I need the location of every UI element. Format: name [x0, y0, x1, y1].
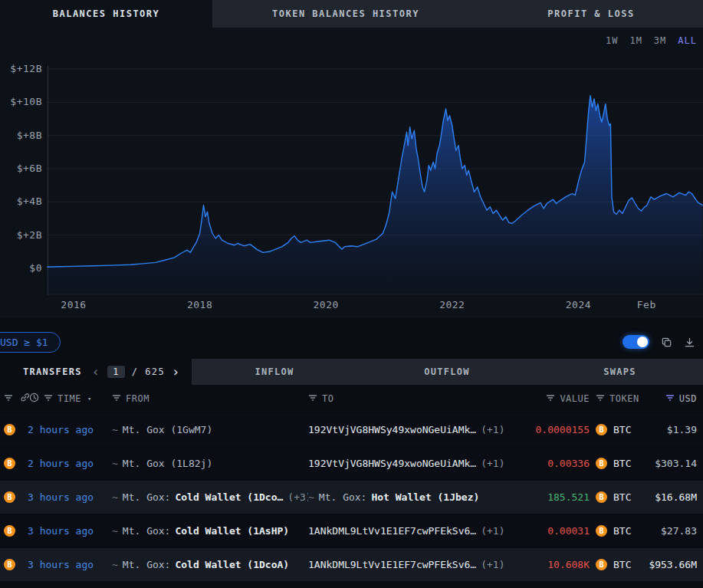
range-all-button[interactable]: ALL	[678, 35, 697, 46]
to-address[interactable]: 192VtVjVG8HWSy49xwoNGeUiAMk…	[308, 458, 476, 469]
to-cell[interactable]: ~Mt. Gox:Hot Wallet (1Jbez)	[308, 491, 504, 503]
to-wallet[interactable]: Hot Wallet (1Jbez)	[371, 491, 479, 503]
btc-token-icon: B	[596, 559, 607, 570]
tab-outflow[interactable]: OUTFLOW	[357, 359, 537, 385]
header-to[interactable]: TO	[308, 393, 504, 405]
balance-history-area-chart[interactable]: $+12B$+10B$+8B$+6B$+4B$+2B$0	[0, 54, 703, 295]
value-filter-icon[interactable]	[546, 393, 555, 405]
time-cell[interactable]: 3 hours ago	[28, 525, 112, 537]
tab-profit-loss[interactable]: PROFIT & LOSS	[479, 0, 703, 28]
usd-cell: $953.66M	[649, 559, 703, 570]
btc-chain-icon: B	[4, 491, 15, 503]
header-token[interactable]: TOKEN	[590, 393, 643, 405]
balances-chart-panel: 1W 1M 3M ALL $+12B$+10B$+8B$+6B$+4B$+2B$…	[0, 28, 703, 318]
tab-balances-history[interactable]: BALANCES HISTORY	[0, 0, 212, 28]
y-axis-label: $+10B	[0, 96, 42, 107]
from-cell[interactable]: ~Mt. Gox:Cold Wallet (1Dco…(+3)	[112, 491, 308, 503]
range-1m-button[interactable]: 1M	[629, 35, 642, 46]
to-filter-icon[interactable]	[308, 393, 317, 405]
btc-chain-icon: B	[4, 424, 15, 435]
usd-filter-chip[interactable]: USD ≥ $1	[0, 332, 61, 353]
from-entity[interactable]: Mt. Gox (1L82j)	[123, 458, 212, 469]
to-cell[interactable]: 1ANkDML9LtVv1E1EF7cwPFEkSv6…(+1)	[308, 559, 504, 570]
header-time[interactable]: TIME ▾	[28, 393, 112, 405]
from-cell[interactable]: ~Mt. Gox (1GwM7)	[112, 424, 308, 435]
time-cell[interactable]: 2 hours ago	[28, 424, 112, 435]
token-filter-icon[interactable]	[596, 393, 605, 405]
chain-cell: B	[0, 559, 28, 570]
header-usd[interactable]: USD	[665, 393, 703, 405]
from-cell[interactable]: ~Mt. Gox:Cold Wallet (1DcoA)	[112, 559, 308, 570]
to-cell[interactable]: 1ANkDML9LtVv1E1EF7cwPFEkSv6…(+1)	[308, 525, 504, 537]
to-entity[interactable]: Mt. Gox:	[319, 491, 367, 503]
y-axis-label: $+2B	[0, 229, 42, 241]
copy-icon[interactable]	[661, 337, 672, 348]
to-cell[interactable]: 192VtVjVG8HWSy49xwoNGeUiAMk…(+1)	[308, 458, 504, 469]
table-row[interactable]: B3 hours ago~Mt. Gox:Cold Wallet (1AsHP)…	[0, 514, 703, 547]
y-axis-label: $0	[0, 262, 42, 274]
range-3m-button[interactable]: 3M	[654, 35, 666, 46]
to-cell[interactable]: 192VtVjVG8HWSy49xwoNGeUiAMk…(+1)	[308, 424, 504, 435]
table-tab-bar: TRANSFERS ‹ 1 / 625 › INFLOW OUTFLOW SWA…	[0, 359, 703, 385]
chain-filter-icon[interactable]	[4, 393, 13, 405]
token-symbol: BTC	[613, 458, 631, 469]
page-number[interactable]: 1	[107, 366, 125, 378]
transfers-tab-label: TRANSFERS	[23, 366, 82, 377]
tab-transfers[interactable]: TRANSFERS ‹ 1 / 625 ›	[0, 359, 192, 385]
time-cell[interactable]: 3 hours ago	[28, 559, 112, 570]
to-more-count: (+1)	[481, 559, 504, 570]
tab-inflow[interactable]: INFLOW	[192, 359, 357, 385]
entity-wave-icon: ~	[112, 458, 118, 469]
table-row[interactable]: B2 hours ago~Mt. Gox (1GwM7)192VtVjVG8HW…	[0, 412, 703, 446]
from-filter-icon[interactable]	[112, 393, 121, 405]
from-cell[interactable]: ~Mt. Gox:Cold Wallet (1AsHP)	[112, 525, 308, 537]
from-entity[interactable]: Mt. Gox:	[123, 491, 171, 503]
top-tab-bar: BALANCES HISTORY TOKEN BALANCES HISTORY …	[0, 0, 703, 28]
chart-controls-row: USD ≥ $1	[0, 325, 703, 359]
time-cell[interactable]: 3 hours ago	[28, 491, 112, 503]
btc-chain-icon: B	[4, 458, 15, 469]
from-entity[interactable]: Mt. Gox:	[123, 525, 171, 537]
tab-token-balances-history[interactable]: TOKEN BALANCES HISTORY	[212, 0, 479, 28]
entity-wave-icon: ~	[112, 559, 118, 570]
page-prev-chevron-icon[interactable]: ‹	[92, 364, 101, 379]
from-wallet[interactable]: Cold Wallet (1DcoA)	[175, 559, 289, 570]
tab-swaps[interactable]: SWAPS	[537, 359, 703, 385]
to-address[interactable]: 192VtVjVG8HWSy49xwoNGeUiAMk…	[308, 424, 476, 435]
btc-token-icon: B	[596, 491, 607, 503]
time-filter-icon[interactable]	[44, 393, 53, 405]
table-row[interactable]: B2 hours ago~Mt. Gox (1L82j)192VtVjVG8HW…	[0, 446, 703, 480]
value-cell: 185.521	[547, 491, 590, 503]
header-value[interactable]: VALUE	[546, 393, 590, 405]
chart-canvas	[0, 54, 703, 295]
from-wallet[interactable]: Cold Wallet (1AsHP)	[175, 525, 289, 537]
y-axis-label: $+12B	[0, 63, 42, 74]
clock-icon	[29, 393, 39, 405]
header-to-label: TO	[322, 393, 333, 404]
x-axis-label: 2022	[439, 299, 465, 310]
btc-chain-icon: B	[4, 559, 15, 570]
x-axis-label: 2024	[566, 299, 591, 310]
token-cell: BBTC	[590, 491, 643, 503]
table-row[interactable]: B3 hours ago~Mt. Gox:Cold Wallet (1DcoA)…	[0, 547, 703, 581]
to-address[interactable]: 1ANkDML9LtVv1E1EF7cwPFEkSv6…	[308, 559, 476, 570]
table-row[interactable]: B3 hours ago~Mt. Gox:Cold Wallet (1Dco…(…	[0, 480, 703, 514]
from-cell[interactable]: ~Mt. Gox (1L82j)	[112, 458, 308, 469]
token-symbol: BTC	[613, 424, 631, 435]
time-cell[interactable]: 2 hours ago	[28, 458, 112, 469]
header-token-label: TOKEN	[609, 393, 639, 404]
usd-filter-icon-active[interactable]	[665, 393, 675, 405]
from-entity[interactable]: Mt. Gox:	[123, 559, 171, 570]
chart-toggle[interactable]	[623, 335, 649, 349]
page-next-chevron-icon[interactable]: ›	[172, 364, 181, 379]
value-cell: 0.00336	[547, 458, 590, 469]
range-1w-button[interactable]: 1W	[606, 35, 618, 46]
to-address[interactable]: 1ANkDML9LtVv1E1EF7cwPFEkSv6…	[308, 525, 476, 537]
from-wallet[interactable]: Cold Wallet (1Dco…	[175, 491, 283, 503]
value-cell: 0.0000155	[536, 424, 590, 435]
download-icon[interactable]	[684, 337, 695, 348]
from-entity[interactable]: Mt. Gox (1GwM7)	[123, 424, 212, 435]
token-symbol: BTC	[613, 525, 631, 537]
entity-wave-icon: ~	[112, 491, 118, 503]
header-from[interactable]: FROM	[112, 393, 308, 405]
